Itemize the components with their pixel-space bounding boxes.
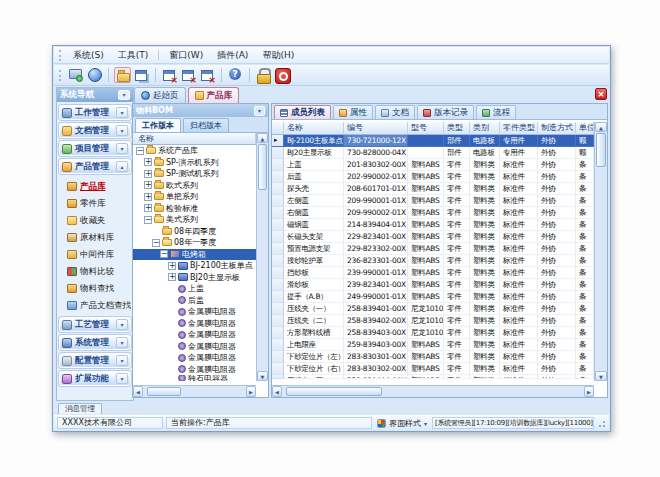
menu-tools[interactable]: 工具(T) — [111, 47, 156, 64]
tree-item[interactable]: 金属膜电阻器 — [133, 364, 256, 376]
message-panel-tab[interactable]: 消息管理 — [58, 403, 102, 414]
tree-scroll-thumb[interactable] — [258, 144, 267, 190]
menu-window[interactable]: 窗口(W) — [162, 47, 210, 64]
expand-icon[interactable]: + — [144, 158, 152, 166]
tree-item[interactable]: −08年一季度 — [133, 237, 256, 249]
ui-style-selector[interactable]: 界面样式 — [375, 418, 429, 429]
tree-hscroll-thumb[interactable] — [147, 387, 181, 396]
tree-item[interactable]: 独石电容器 — [133, 375, 256, 381]
column-header-5[interactable]: 零件类型 — [500, 122, 538, 135]
expand-icon[interactable]: + — [144, 170, 152, 178]
table-vertical-scrollbar[interactable] — [594, 122, 607, 381]
table-row[interactable]: 压线夹（二）258-839402-00X尼龙1010零件塑料类标准件外协条 — [272, 315, 594, 327]
table-row[interactable]: 上电限座259-839403-00X塑料ABS零件塑料类标准件外协条 — [272, 339, 594, 351]
table-row[interactable]: 长磁头支架229-823401-00X塑料ABS零件塑料类标准件外协条 — [272, 231, 594, 243]
tab-properties[interactable]: 属性 — [333, 105, 373, 119]
tree-horizontal-scrollbar[interactable] — [133, 385, 256, 397]
resize-grip[interactable] — [597, 419, 606, 428]
tree-item[interactable]: 上盖 — [133, 283, 256, 295]
menu-help[interactable]: 帮助(H) — [255, 47, 301, 64]
table-row[interactable]: 左侧盖209-990001-01X塑料ABS零件塑料类标准件外协条 — [272, 195, 594, 207]
sidebar-section-header-system[interactable]: 系统管理▾ — [59, 335, 131, 350]
close-other-windows-icon[interactable] — [199, 67, 216, 83]
tree-item[interactable]: −电烤箱 — [133, 249, 256, 261]
table-row[interactable]: 接纱轮护罩236-823301-00X塑料ABS零件塑料类标准件外协条 — [272, 255, 594, 267]
close-all-windows-icon[interactable] — [180, 67, 197, 83]
table-scroll-thumb[interactable] — [596, 133, 606, 167]
sidebar-section-header-work[interactable]: 工作管理▾ — [59, 105, 131, 120]
scroll-left-icon[interactable] — [133, 386, 143, 397]
collapse-icon[interactable]: − — [152, 239, 160, 247]
table-row[interactable]: 下纱定位片（右）283-830302-00X塑料ABS零件塑料类标准件外协条 — [272, 363, 594, 375]
expand-icon[interactable]: + — [168, 273, 176, 281]
table-row[interactable]: 探头壳208-601701-01X塑料ABS零件塑料类标准件外协条 — [272, 183, 594, 195]
tree-vertical-scrollbar[interactable] — [256, 133, 268, 381]
collapse-icon[interactable]: − — [136, 147, 144, 155]
tab-member-list[interactable]: 成员列表 — [274, 105, 331, 119]
sidebar-item-product-library[interactable]: 产品库 — [61, 178, 131, 195]
sidebar-section-header-project[interactable]: 项目管理▾ — [59, 141, 131, 156]
table-row[interactable]: BJ20主显示板730-828000-04X部件电路板专用件外协颗 — [272, 147, 594, 159]
table-row[interactable]: 下纱定位片（左）283-830301-00X塑料ABS零件塑料类标准件外协条 — [272, 351, 594, 363]
tree-item[interactable]: +检验标准 — [133, 203, 256, 215]
expand-icon[interactable]: + — [144, 181, 152, 189]
sidebar-item-favorites[interactable]: 收藏夹 — [61, 212, 131, 229]
sidebar-section-header-process[interactable]: 工艺管理▾ — [59, 317, 131, 332]
column-header-7[interactable]: 单位 — [576, 122, 594, 135]
tree-item[interactable]: −系统产品库 — [133, 145, 256, 157]
table-row[interactable]: ▸BJ-2100主板单点730-721000-12X部件电路板专用件外协颗 — [272, 135, 594, 147]
scroll-down-icon[interactable] — [595, 371, 607, 381]
menu-plugins[interactable]: 插件(A) — [210, 47, 255, 64]
chevron-down-icon[interactable]: ▾ — [116, 107, 128, 118]
sidebar-section-header-extend[interactable]: 扩展功能▾ — [59, 371, 131, 386]
column-header-6[interactable]: 制造方式 — [538, 122, 576, 135]
sidebar-item-material-compare[interactable]: 物料比较 — [61, 263, 131, 280]
tree-item[interactable]: +BJ-2100主板单点 — [133, 260, 256, 272]
tree-item[interactable]: +SP-演示机系列 — [133, 157, 256, 169]
column-header-3[interactable]: 类型 — [444, 122, 470, 135]
expand-icon[interactable]: + — [144, 204, 152, 212]
sidebar-item-parts-library[interactable]: 零件库 — [61, 195, 131, 212]
sidebar-item-product-doc-search[interactable]: 产品文档查找 — [61, 297, 131, 314]
sidebar-section-header-document[interactable]: 文档管理▾ — [59, 123, 131, 138]
tree-item[interactable]: 08年四季度 — [133, 226, 256, 238]
column-header-0[interactable]: 名称 — [284, 122, 344, 135]
sidebar-menu-icon[interactable]: ▾ — [118, 90, 130, 100]
menu-system[interactable]: 系统(S) — [66, 47, 111, 64]
tree-item[interactable]: 金属膜电阻器 — [133, 329, 256, 341]
doc-tab-product-library[interactable]: 产品库 — [188, 87, 240, 103]
tab-version-history[interactable]: 版本记录 — [417, 105, 474, 119]
table-row[interactable]: 提手（A.B）249-990001-01X塑料ABS零件塑料类标准件外协条 — [272, 291, 594, 303]
bom-tab-archived-version[interactable]: 归档版本 — [183, 118, 229, 132]
chevron-down-icon[interactable]: ▾ — [116, 337, 128, 348]
help-icon[interactable] — [227, 67, 244, 83]
table-row[interactable]: 磁钢盖214-839404-01X塑料ABS零件塑料类标准件外协条 — [272, 219, 594, 231]
sidebar-section-header-product[interactable]: 产品管理▴ — [59, 159, 131, 174]
lock-icon[interactable] — [255, 67, 272, 83]
tab-workflow[interactable]: 流程 — [476, 105, 516, 119]
bom-panel-menu-icon[interactable]: ▾ — [254, 106, 265, 116]
scroll-up-icon[interactable] — [257, 133, 268, 143]
menu-grip[interactable] — [59, 50, 62, 61]
tree-item[interactable]: +BJ20主显示板 — [133, 272, 256, 284]
exit-icon[interactable] — [274, 67, 291, 83]
chevron-down-icon[interactable]: ▾ — [116, 319, 128, 330]
chevron-down-icon[interactable]: ▾ — [116, 373, 128, 384]
table-row[interactable]: 压线夹（一）258-839401-00X尼龙1010零件塑料类标准件外协条 — [272, 303, 594, 315]
tree-item[interactable]: 金属膜电阻器 — [133, 341, 256, 353]
column-header-2[interactable]: 型号 — [408, 122, 444, 135]
toolbar-grip[interactable] — [59, 70, 62, 81]
column-header-1[interactable]: 编号 — [344, 122, 408, 135]
table-row[interactable]: 预置电源支架229-823302-00X塑料ABS零件塑料类标准件外协条 — [272, 243, 594, 255]
table-row[interactable]: 上盖201-830302-00X塑料ABS零件塑料类标准件外协条 — [272, 159, 594, 171]
chevron-down-icon[interactable]: ▾ — [116, 355, 128, 366]
open-folder-icon[interactable] — [114, 67, 131, 83]
chevron-up-icon[interactable]: ▴ — [116, 161, 128, 172]
table-row[interactable]: 滑纱板239-823401-00X塑料ABS零件塑料类标准件外协条 — [272, 279, 594, 291]
expand-icon[interactable]: + — [144, 193, 152, 201]
tree-item[interactable]: 后盖 — [133, 295, 256, 307]
chevron-down-icon[interactable]: ▾ — [116, 125, 128, 136]
globe-icon[interactable] — [86, 67, 103, 83]
collapse-icon[interactable]: − — [144, 216, 152, 224]
tree-item[interactable]: +欧式系列 — [133, 180, 256, 192]
